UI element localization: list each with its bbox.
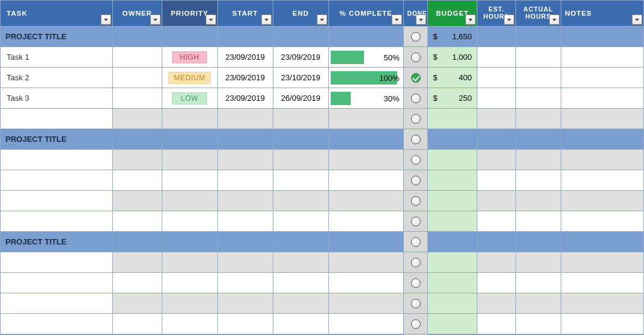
- done-radio[interactable]: [411, 319, 421, 329]
- notes-cell[interactable]: [561, 47, 643, 68]
- cell[interactable]: [217, 252, 273, 273]
- cell[interactable]: [328, 211, 403, 232]
- cell[interactable]: [515, 232, 561, 252]
- actual-hours-cell[interactable]: [515, 47, 561, 68]
- cell[interactable]: [273, 273, 328, 293]
- cell[interactable]: [328, 293, 403, 314]
- project-title-cell[interactable]: PROJECT TITLE: [1, 232, 113, 252]
- cell[interactable]: [113, 273, 162, 293]
- done-radio[interactable]: [411, 114, 421, 124]
- cell[interactable]: [162, 129, 217, 150]
- cell[interactable]: [403, 191, 428, 211]
- est-hours-cell[interactable]: [477, 88, 515, 109]
- cell[interactable]: [561, 211, 643, 232]
- done-radio[interactable]: [411, 155, 421, 165]
- filter-icon[interactable]: [317, 14, 327, 25]
- cell[interactable]: [217, 293, 273, 314]
- pct-complete-cell[interactable]: 50%: [328, 47, 403, 68]
- done-radio[interactable]: [411, 299, 421, 308]
- done-cell[interactable]: [403, 232, 428, 252]
- cell[interactable]: [561, 129, 643, 150]
- cell[interactable]: [561, 273, 643, 293]
- cell[interactable]: [162, 273, 217, 293]
- done-radio[interactable]: [411, 32, 421, 42]
- cell[interactable]: [403, 109, 428, 129]
- cell[interactable]: [1, 150, 113, 170]
- project-title-cell[interactable]: PROJECT TITLE: [1, 129, 113, 150]
- cell[interactable]: [403, 252, 428, 273]
- task-name-cell[interactable]: Task 3: [1, 88, 113, 109]
- cell[interactable]: [217, 191, 273, 211]
- cell[interactable]: [428, 150, 477, 170]
- cell[interactable]: [1, 293, 113, 314]
- cell[interactable]: [477, 293, 515, 314]
- done-radio[interactable]: [411, 278, 421, 288]
- cell[interactable]: [162, 211, 217, 232]
- cell[interactable]: [273, 232, 328, 252]
- done-radio[interactable]: [411, 237, 421, 247]
- cell[interactable]: [1, 273, 113, 293]
- cell[interactable]: [561, 109, 643, 129]
- budget-cell[interactable]: $1,000: [428, 47, 477, 68]
- cell[interactable]: [273, 293, 328, 314]
- cell[interactable]: [403, 293, 428, 314]
- filter-icon[interactable]: [206, 14, 216, 25]
- cell[interactable]: [428, 211, 477, 232]
- cell[interactable]: [428, 293, 477, 314]
- cell[interactable]: [328, 129, 403, 150]
- cell[interactable]: [477, 191, 515, 211]
- cell[interactable]: [162, 314, 217, 334]
- cell[interactable]: [162, 27, 217, 47]
- done-cell[interactable]: [403, 88, 428, 109]
- actual-hours-cell[interactable]: [515, 68, 561, 88]
- cell[interactable]: [428, 170, 477, 191]
- cell[interactable]: [113, 191, 162, 211]
- cell[interactable]: [561, 232, 643, 252]
- cell[interactable]: [515, 129, 561, 150]
- cell[interactable]: [477, 232, 515, 252]
- cell[interactable]: [217, 314, 273, 334]
- cell[interactable]: [1, 170, 113, 191]
- cell[interactable]: [477, 314, 515, 334]
- pct-complete-cell[interactable]: 30%: [328, 88, 403, 109]
- cell[interactable]: [113, 150, 162, 170]
- cell[interactable]: [328, 314, 403, 334]
- start-date-cell[interactable]: 23/09/2019: [217, 47, 273, 68]
- cell[interactable]: [403, 273, 428, 293]
- cell[interactable]: [428, 252, 477, 273]
- cell[interactable]: [515, 252, 561, 273]
- cell[interactable]: [162, 170, 217, 191]
- cell[interactable]: [1, 109, 113, 129]
- cell[interactable]: [113, 232, 162, 252]
- cell[interactable]: [273, 150, 328, 170]
- cell[interactable]: [561, 314, 643, 334]
- cell[interactable]: [162, 252, 217, 273]
- cell[interactable]: [477, 27, 515, 47]
- done-radio[interactable]: [411, 196, 421, 206]
- project-title-cell[interactable]: PROJECT TITLE: [1, 27, 113, 47]
- filter-icon[interactable]: [150, 14, 161, 25]
- cell[interactable]: [217, 211, 273, 232]
- cell[interactable]: [273, 109, 328, 129]
- cell[interactable]: [217, 273, 273, 293]
- cell[interactable]: [217, 109, 273, 129]
- cell[interactable]: [162, 232, 217, 252]
- cell[interactable]: [113, 211, 162, 232]
- cell[interactable]: [217, 232, 273, 252]
- cell[interactable]: [515, 109, 561, 129]
- cell[interactable]: [561, 170, 643, 191]
- budget-cell[interactable]: [428, 232, 477, 252]
- start-date-cell[interactable]: 23/09/2019: [217, 68, 273, 88]
- cell[interactable]: [113, 129, 162, 150]
- cell[interactable]: [162, 150, 217, 170]
- cell[interactable]: [561, 27, 643, 47]
- cell[interactable]: [403, 211, 428, 232]
- est-hours-cell[interactable]: [477, 47, 515, 68]
- cell[interactable]: [328, 252, 403, 273]
- notes-cell[interactable]: [561, 88, 643, 109]
- cell[interactable]: [273, 314, 328, 334]
- cell[interactable]: [273, 27, 328, 47]
- cell[interactable]: [162, 191, 217, 211]
- cell[interactable]: [162, 109, 217, 129]
- cell[interactable]: [477, 170, 515, 191]
